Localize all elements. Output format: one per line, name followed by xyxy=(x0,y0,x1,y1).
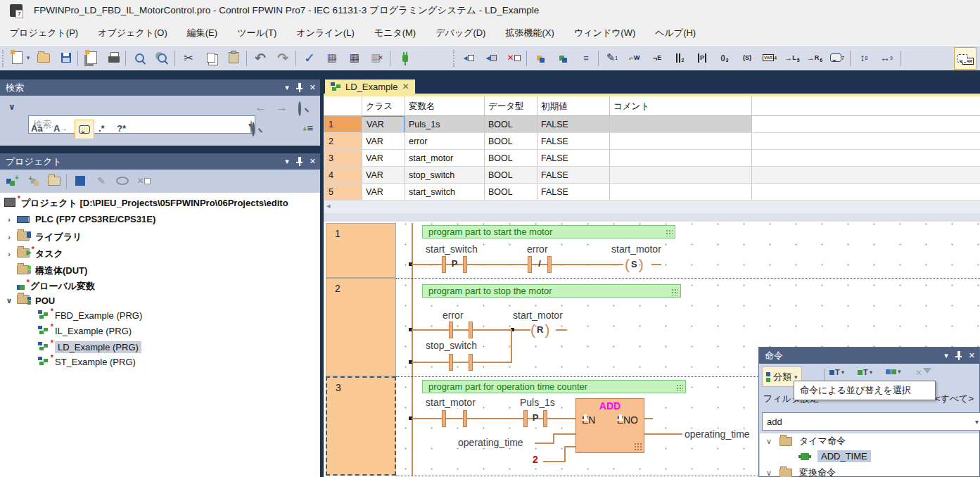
set-coil[interactable]: (S) xyxy=(623,255,645,273)
cell-init[interactable]: FALSE xyxy=(537,150,609,167)
compile-all-icon[interactable]: ▦↓ xyxy=(345,48,364,68)
paste-icon[interactable] xyxy=(224,48,243,68)
search-forward-icon[interactable]: → xyxy=(276,101,288,115)
contact-label[interactable]: start_switch xyxy=(424,243,480,255)
toolbar-grip-2[interactable] xyxy=(453,50,457,67)
menu-window[interactable]: ウィンドウ(W) xyxy=(564,21,645,45)
contact-bar[interactable] xyxy=(543,410,547,427)
compile-icon[interactable]: ▦↓ xyxy=(322,48,342,68)
recompile-icon[interactable]: ▦✕ xyxy=(367,48,387,68)
page-setup-icon[interactable] xyxy=(82,48,101,68)
tree-item-task[interactable]: › ▶* タスク xyxy=(4,248,63,260)
online-mode-icon[interactable] xyxy=(395,48,415,68)
table-row[interactable]: 4 VAR stop_switch BOOL FALSE xyxy=(324,167,980,184)
match-case-button[interactable]: Aa xyxy=(31,123,43,134)
cell-comment[interactable] xyxy=(609,167,751,184)
contact-label[interactable]: error xyxy=(440,310,466,321)
rung-comment[interactable]: program part for operation time counter xyxy=(422,380,686,393)
plc-expander-icon[interactable]: › xyxy=(4,215,14,224)
contact-bar[interactable] xyxy=(463,410,467,427)
cell-comment[interactable] xyxy=(609,116,751,133)
stacked-search-icon[interactable] xyxy=(252,123,255,136)
project-panel-menu-icon[interactable]: ▾ xyxy=(285,157,289,166)
add-pou-icon[interactable]: + xyxy=(3,171,23,191)
cell-init[interactable]: FALSE xyxy=(537,184,609,201)
add-dut-icon[interactable]: + xyxy=(24,171,44,191)
tree-item-ld-example[interactable]: * LD_Example (PRG) xyxy=(38,341,141,353)
save-icon[interactable] xyxy=(56,48,76,68)
input-label[interactable]: operating_time xyxy=(456,437,526,448)
clear-filter-icon[interactable]: ✕ xyxy=(915,368,931,378)
menu-extensions[interactable]: 拡張機能(X) xyxy=(495,21,564,45)
contact-bar[interactable] xyxy=(469,322,473,338)
cell-class[interactable]: VAR xyxy=(362,133,405,150)
contact-bar[interactable] xyxy=(449,354,453,371)
scroll-left-icon[interactable]: ◂ xyxy=(326,201,331,210)
contact-p-icon[interactable]: P xyxy=(692,48,712,68)
search-panel-pin-icon[interactable] xyxy=(296,83,303,92)
task-expander-icon[interactable]: › xyxy=(4,250,14,258)
cell-type[interactable]: BOOL xyxy=(484,167,537,184)
cut-icon[interactable]: ✂ xyxy=(179,48,198,68)
variable-icon[interactable]: VAR4 xyxy=(760,48,779,68)
tree-item-dut[interactable]: 構造体(DUT) xyxy=(4,265,87,277)
contact-label[interactable]: start_motor xyxy=(424,397,478,408)
contact-icon[interactable]: 2 xyxy=(670,48,689,68)
edit-mode-icon[interactable]: ✎1 xyxy=(602,48,622,68)
coil-label[interactable]: start_motor xyxy=(609,243,663,255)
tree-item-add-time[interactable]: ADD_TIME xyxy=(801,450,871,462)
convert-group-expander-icon[interactable]: ∨ xyxy=(764,469,774,477)
col-header-class[interactable]: クラス xyxy=(362,96,405,116)
menu-tools[interactable]: ツール(T) xyxy=(227,21,286,45)
cell-comment[interactable] xyxy=(609,184,751,201)
jump-label-icon[interactable]: →L5 xyxy=(782,48,802,68)
col-header-init[interactable]: 初期値 xyxy=(537,96,609,116)
menu-debug[interactable]: デバッグ(D) xyxy=(426,21,495,45)
menu-online[interactable]: オンライン(L) xyxy=(286,21,364,45)
search-in-comments-button[interactable] xyxy=(75,120,94,139)
cell-type[interactable]: BOOL xyxy=(484,116,537,133)
tree-item-st-example[interactable]: * ST_Example (PRG) xyxy=(38,357,136,367)
redo-icon[interactable]: ↷ xyxy=(273,48,293,68)
return-icon[interactable]: →R6 xyxy=(805,48,825,68)
insert-network-icon[interactable] xyxy=(530,48,550,68)
network-list-icon[interactable]: ≡ xyxy=(575,48,595,68)
new-object-icon[interactable] xyxy=(70,171,90,191)
cell-type[interactable]: BOOL xyxy=(484,184,537,201)
row-number[interactable]: 1 xyxy=(324,116,362,133)
append-network-icon[interactable] xyxy=(553,48,573,68)
tab-ld-example[interactable]: LD_Example ✕ xyxy=(325,80,415,94)
cell-class[interactable]: VAR xyxy=(362,150,405,167)
row-number[interactable]: 3 xyxy=(324,150,362,167)
tree-group-convert[interactable]: ∨ 変換命令 xyxy=(764,466,836,477)
coil-label[interactable]: start_motor xyxy=(511,310,565,321)
cell-class[interactable]: VAR xyxy=(362,116,405,133)
instruction-search-input[interactable]: add ▾ xyxy=(762,412,980,431)
delete-object-icon[interactable]: ✕ xyxy=(134,171,153,191)
whole-word-button[interactable]: A→ xyxy=(53,123,67,134)
contact-bar[interactable] xyxy=(469,354,473,371)
row-number[interactable]: 2 xyxy=(324,133,362,150)
wire-close-icon[interactable]: ¬E xyxy=(647,48,667,68)
block-resize-grip[interactable] xyxy=(634,443,642,450)
constant-label[interactable]: 2 xyxy=(530,454,540,465)
tree-item-global-vars[interactable]: * グローバル変数 xyxy=(4,280,95,293)
cell-init[interactable]: FALSE xyxy=(537,167,609,184)
table-hscrollbar[interactable]: ◂ xyxy=(324,201,980,213)
toolbar-grip[interactable] xyxy=(2,50,6,67)
contact-bar[interactable] xyxy=(442,410,446,427)
tree-item-fbd-example[interactable]: * FBD_Example (PRG) xyxy=(38,310,142,321)
cell-init[interactable]: FALSE xyxy=(537,116,609,133)
search-panel-menu-icon[interactable]: ▾ xyxy=(285,83,289,92)
contact-label[interactable]: error xyxy=(525,243,550,255)
col-header-name[interactable]: 変数名 xyxy=(405,96,484,116)
instruction-panel-close-icon[interactable]: ✕ xyxy=(969,351,975,360)
tab-close-icon[interactable]: ✕ xyxy=(402,82,409,91)
row-number[interactable]: 5 xyxy=(324,184,362,201)
cell-class[interactable]: VAR xyxy=(362,167,405,184)
cell-name[interactable]: start_motor xyxy=(405,150,484,167)
rung-comment[interactable]: program part to stop the motor xyxy=(422,284,681,298)
contact-bar[interactable] xyxy=(547,256,552,273)
goto-input-icon[interactable]: ◂ xyxy=(459,48,478,68)
project-panel-close-icon[interactable]: ✕ xyxy=(310,157,316,166)
